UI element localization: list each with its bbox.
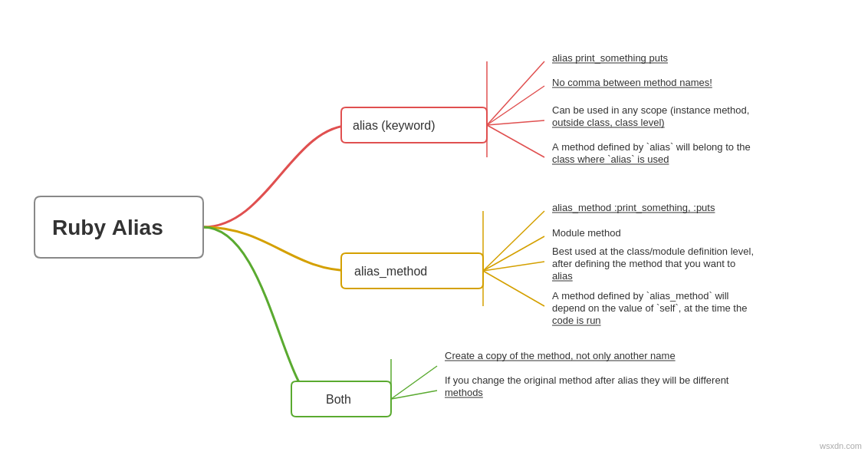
watermark: wsxdn.com bbox=[820, 441, 862, 450]
